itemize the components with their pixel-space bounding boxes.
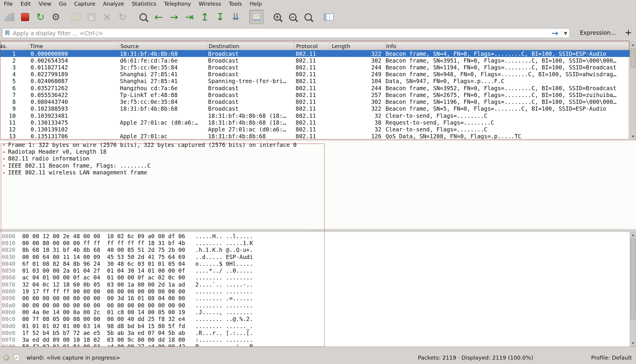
packet-row[interactable]: 20.002654354d6:61:fe:cd:7a:6eBroadcast80… <box>0 57 630 64</box>
column-header-info[interactable]: Info <box>384 42 630 50</box>
packet-row[interactable]: 90.10238859318:31:bf:4b:8b:68Broadcast80… <box>0 105 630 112</box>
detail-line[interactable]: ▸IEEE 802.11 wireless LAN management fra… <box>0 169 636 176</box>
detail-line[interactable]: ▸Frame 1: 322 bytes on wire (2576 bits),… <box>0 141 636 148</box>
menu-file[interactable]: File <box>0 0 17 7</box>
colorize-button[interactable] <box>249 10 264 24</box>
column-header-protocol[interactable]: Protocol <box>294 42 330 50</box>
hex-ascii[interactable]: .....H.. ..l..... <box>185 233 253 239</box>
detail-line[interactable]: ▸802.11 radio information <box>0 155 636 162</box>
hex-ascii[interactable]: ....*../ ..0..... <box>185 267 253 274</box>
packet-row[interactable]: 60.035271262Hangzhou_cd:7a:6eBroadcast80… <box>0 85 630 91</box>
restart-capture-button[interactable]: ↻ <box>34 10 47 24</box>
hex-ascii[interactable]: .R...r.. [.:...[. <box>185 330 253 336</box>
menu-analyze[interactable]: Analyze <box>99 0 128 7</box>
hex-bytes[interactable]: 00 00 00 00 00 00 00 00 00 3d 16 01 08 0… <box>15 295 185 301</box>
hex-row[interactable]: 0010 00 00 80 00 00 00 ff ff ff ff ff ff… <box>0 239 630 246</box>
expand-triangle-icon[interactable]: ▸ <box>3 156 8 161</box>
hex-row[interactable]: 0090 00 00 00 00 00 00 00 00 00 3d 16 01… <box>0 295 630 302</box>
hex-row[interactable]: 0070 32 04 0c 12 18 60 0b 05 03 00 1a 00… <box>0 281 630 288</box>
hex-ascii[interactable]: ........ ........ <box>185 288 253 295</box>
hex-ascii[interactable]: .J....., ........ <box>185 309 253 315</box>
zoom-out-button[interactable]: − <box>286 10 299 24</box>
packet-row[interactable]: 80.0804437403e:f5:cc:0e:35:84Broadcast80… <box>0 98 630 105</box>
packet-bytes-scrollbar[interactable] <box>630 232 636 346</box>
hex-ascii[interactable]: ..d..... ESP-Audi <box>185 254 253 260</box>
go-forward-button[interactable]: → <box>167 10 181 24</box>
hex-row[interactable]: 00b0 00 4a 0e 14 00 0a 00 2c 01 c8 00 14… <box>0 309 630 315</box>
zoom-reset-button[interactable] <box>301 10 315 24</box>
hex-row[interactable]: 0060 ac 04 01 00 00 0f ac 04 01 00 00 0f… <box>0 274 630 281</box>
scroll-up-icon[interactable] <box>630 233 635 238</box>
hex-ascii[interactable]: o......$ 0Hl..... <box>185 260 253 267</box>
menu-go[interactable]: Go <box>55 0 70 7</box>
hex-ascii[interactable]: 2....`.. .....-.. <box>185 281 253 288</box>
packet-row[interactable]: 10.00000000018:31:bf:4b:8b:68Broadcast80… <box>0 50 630 57</box>
hex-ascii[interactable]: ........ ........ <box>185 274 253 281</box>
go-back-button[interactable]: ← <box>152 10 165 24</box>
packet-row[interactable]: 40.022799189Shanghai_27:85:41Broadcast80… <box>0 71 630 78</box>
packet-list-scrollbar[interactable] <box>630 42 636 140</box>
expand-triangle-icon[interactable]: ▸ <box>3 170 8 175</box>
hex-bytes[interactable]: ac 04 01 00 00 0f ac 04 01 00 00 0f ac 0… <box>15 274 185 281</box>
hex-row[interactable]: 00f0 3a ed dd 09 00 10 18 02 03 00 9c 00… <box>0 336 630 343</box>
expand-triangle-icon[interactable]: ▸ <box>3 150 8 154</box>
pane-splitter-handle[interactable]: ······ <box>310 230 324 231</box>
menu-wireless[interactable]: Wireless <box>195 0 225 7</box>
hex-row[interactable]: 00a0 00 00 00 00 00 00 00 00 00 00 00 00… <box>0 302 630 309</box>
packet-row[interactable]: 50.024060087Shanghai_27:85:41Spanning-tr… <box>0 78 630 85</box>
auto-scroll-button[interactable]: ⇊ <box>229 10 242 24</box>
hex-bytes[interactable]: 00 00 00 00 00 00 00 00 00 00 00 00 00 0… <box>15 302 185 309</box>
hex-row[interactable]: 00d0 01 01 01 02 01 00 03 14 98 d8 bd b4… <box>0 322 630 329</box>
scroll-down-icon[interactable] <box>630 341 635 346</box>
add-filter-button[interactable]: + <box>623 27 634 38</box>
menu-tools[interactable]: Tools <box>225 0 246 7</box>
packet-row[interactable]: 70.055536422Tp-LinkT_ef:48:88Broadcast80… <box>0 91 630 98</box>
column-header-no[interactable]: No. <box>0 42 28 50</box>
display-filter-input[interactable]: Apply a display filter ... <Ctrl-/> → ▼ <box>2 28 570 38</box>
hex-bytes[interactable]: 50 f2 02 01 01 84 00 03 a4 00 00 27 a4 0… <box>15 343 185 346</box>
hex-bytes[interactable]: 00 00 12 00 2e 48 00 00 10 02 6c 09 a0 0… <box>15 233 185 239</box>
hex-bytes[interactable]: 00 7f 08 05 00 08 00 00 00 00 40 dd 25 f… <box>15 316 185 322</box>
capture-options-button[interactable]: ⚙ <box>49 10 63 24</box>
packet-row[interactable]: 30.0118271423c:f5:cc:0e:35:84Broadcast80… <box>0 64 630 71</box>
go-first-packet-button[interactable]: ↥ <box>198 10 212 24</box>
expression-button[interactable]: Expression... <box>578 29 618 36</box>
scrollbar-thumb[interactable] <box>631 239 635 319</box>
column-header-time[interactable]: Time <box>28 42 119 50</box>
hex-bytes[interactable]: 00 00 80 00 00 00 ff ff ff ff ff ff 18 3… <box>15 240 185 246</box>
scroll-down-icon[interactable] <box>630 134 635 139</box>
menu-telephony[interactable]: Telephony <box>160 0 195 7</box>
detail-line[interactable]: ▸IEEE 802.11 Beacon frame, Flags: ......… <box>0 162 636 169</box>
expand-triangle-icon[interactable]: ▸ <box>3 163 8 168</box>
menu-edit[interactable]: Edit <box>17 0 35 7</box>
menu-capture[interactable]: Capture <box>70 0 99 7</box>
hex-ascii[interactable]: ........ .=...... <box>185 295 253 301</box>
scroll-up-icon[interactable] <box>630 42 635 48</box>
filter-apply-icon[interactable]: → <box>552 29 559 37</box>
filter-bookmark-icon[interactable] <box>5 30 9 36</box>
menu-help[interactable]: Help <box>246 0 266 7</box>
packet-row[interactable]: 100.10392348118:31:bf:4b:8b:68 (18:…802.… <box>0 112 630 119</box>
hex-row[interactable]: 0030 00 00 64 00 11 14 00 09 45 53 50 2d… <box>0 253 630 260</box>
detail-line[interactable]: ▸Radiotap Header v0, Length 18 <box>0 148 636 155</box>
hex-row[interactable]: 0040 6f 01 08 82 84 8b 96 24 30 48 6c 03… <box>0 260 630 267</box>
hex-bytes[interactable]: 6f 01 08 82 84 8b 96 24 30 48 6c 03 01 0… <box>15 260 185 267</box>
zoom-in-button[interactable]: + <box>270 10 284 24</box>
hex-ascii[interactable]: :....... ........ <box>185 336 253 343</box>
profile-text[interactable]: Profile: Default <box>591 355 632 361</box>
go-last-packet-button[interactable]: ↧ <box>213 10 227 24</box>
menu-statistics[interactable]: Statistics <box>128 0 160 7</box>
hex-bytes[interactable]: 00 4a 0e 14 00 0a 00 2c 01 c8 00 14 00 0… <box>15 309 185 315</box>
hex-bytes[interactable]: 3a ed dd 09 00 10 18 02 03 00 9c 00 00 d… <box>15 336 185 343</box>
hex-ascii[interactable]: ........ ......_. <box>185 323 253 329</box>
hex-bytes[interactable]: 00 00 64 00 11 14 00 09 45 53 50 2d 41 7… <box>15 254 185 260</box>
column-header-length[interactable]: Length <box>330 42 384 50</box>
capture-comment-icon[interactable] <box>14 355 19 361</box>
go-to-packet-button[interactable]: ⇥ <box>183 10 196 24</box>
hex-bytes[interactable]: 1f 52 b4 b5 b7 72 ae e5 5b ab 3a ed 07 0… <box>15 330 185 336</box>
hex-ascii[interactable]: ........ ........ <box>185 302 253 309</box>
hex-bytes[interactable]: 19 17 ff ff ff 00 00 00 00 00 00 00 00 0… <box>15 288 185 295</box>
packet-row[interactable]: 110.130133475Apple_27:01:ac (d0:a6:…18:3… <box>0 119 630 126</box>
hex-bytes[interactable]: 8b 68 18 31 bf 4b 8b 68 40 00 85 51 2d 7… <box>15 247 185 253</box>
hex-row[interactable]: 0100 50 f2 02 01 01 84 00 03 a4 00 00 27… <box>0 343 630 346</box>
